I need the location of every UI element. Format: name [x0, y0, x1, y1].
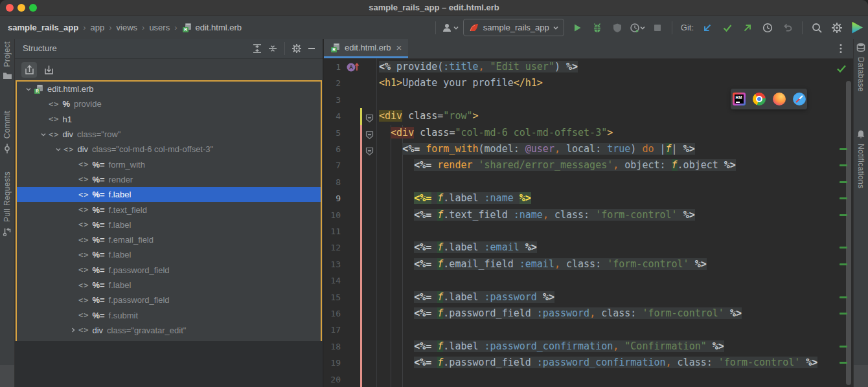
code-line-9[interactable]: 9 <%= f.label :name %> [324, 190, 854, 206]
breadcrumb-item[interactable]: Redit.html.erb [182, 23, 242, 33]
line-number[interactable]: 11 [324, 223, 341, 239]
code-line-6[interactable]: 6 <%= form_with(model: @user, local: tru… [324, 141, 854, 157]
kebab-icon[interactable] [839, 43, 842, 54]
line-number[interactable]: 15 [324, 289, 341, 305]
toolwindow-button-commit[interactable]: Commit [0, 111, 14, 153]
line-number[interactable]: 10 [324, 207, 341, 223]
line-number[interactable]: 16 [324, 305, 341, 322]
line-number[interactable]: 5 [324, 125, 341, 141]
firefox-browser-icon[interactable] [773, 93, 786, 105]
structure-tree-item-f-text-field[interactable]: <>%=f.text_field [17, 202, 321, 217]
line-number[interactable]: 2 [324, 75, 341, 91]
structure-tree-item-edit-html-erb[interactable]: Redit.html.erb [17, 82, 321, 96]
line-number[interactable]: 4 [324, 108, 341, 124]
structure-tree-item-f-password-field[interactable]: <>%=f.password_field [17, 263, 321, 278]
structure-tree-item-f-label[interactable]: <>%=f.label [17, 187, 321, 202]
structure-tree-item-provide[interactable]: <>%provide [17, 96, 321, 111]
code-line-18[interactable]: 18 <%= f.label :password_confirmation, "… [324, 338, 854, 355]
code-line-5[interactable]: 5 <div class="col-md-6 col-md-offset-3"> [324, 125, 854, 141]
code-line-14[interactable]: 14 [324, 272, 854, 289]
toolwindow-button-project[interactable]: Project [0, 41, 14, 80]
git-rollback-button[interactable] [781, 21, 795, 35]
tree-chevron-icon[interactable] [38, 131, 49, 138]
code-line-15[interactable]: 15 <%= f.label :password %> [324, 289, 854, 305]
tab-options-kebab-icon[interactable] [834, 41, 847, 56]
breadcrumb-item[interactable]: views [117, 23, 138, 32]
coverage-button[interactable] [610, 21, 624, 35]
tab-close-button[interactable]: × [396, 43, 402, 52]
ide-feature-button[interactable] [850, 21, 864, 35]
code-line-4[interactable]: 4<div class="row"> [324, 108, 854, 124]
git-push-button[interactable] [740, 21, 755, 35]
run-button[interactable] [570, 21, 584, 35]
breadcrumb-item[interactable]: users [149, 23, 170, 32]
gear-small-button[interactable] [291, 43, 302, 54]
code-line-19[interactable]: 19 <%= f.password_field :password_confir… [324, 355, 854, 371]
structure-tree-item-f-email-field[interactable]: <>%=f.email_field [17, 232, 321, 247]
structure-tree-item-f-submit[interactable]: <>%=f.submit [17, 307, 321, 322]
line-number[interactable]: 1 [324, 59, 341, 75]
chrome-browser-icon[interactable] [753, 93, 766, 105]
tree-chevron-icon[interactable] [23, 86, 34, 93]
code-line-1[interactable]: 1A<% provide(:title, "Edit user") %> [324, 59, 854, 75]
search-everywhere-button[interactable] [810, 21, 824, 35]
title-bar[interactable]: sample_rails_app – edit.html.erb [0, 0, 868, 16]
structure-tree-item-f-label[interactable]: <>%=f.label [17, 247, 321, 262]
code-line-12[interactable]: 12 <%= f.label :email %> [324, 239, 854, 256]
line-number[interactable]: 9 [324, 190, 341, 206]
scroll-from-source-button[interactable] [21, 62, 37, 78]
git-history-button[interactable] [760, 21, 775, 35]
stop-button[interactable] [650, 21, 665, 35]
code-area[interactable]: 1A<% provide(:title, "Edit user") %>2<h1… [324, 58, 854, 387]
settings-button[interactable] [830, 21, 844, 35]
tree-chevron-icon[interactable] [68, 327, 78, 333]
tab-edit-html-erb[interactable]: Redit.html.erb× [324, 39, 408, 58]
code-line-11[interactable]: 11 [324, 223, 854, 239]
structure-tree-item-div[interactable]: <>divclass="col-md-6 col-md-offset-3" [17, 142, 321, 157]
line-number[interactable]: 3 [324, 92, 341, 108]
line-number[interactable]: 6 [324, 141, 341, 157]
structure-tree-item-f-label[interactable]: <>%=f.label [17, 278, 321, 293]
run-configuration-select[interactable]: sample_rails_app [463, 19, 564, 36]
debug-button[interactable] [590, 21, 604, 35]
toolwindow-button-notifications[interactable]: Notifications [854, 129, 868, 188]
code-line-17[interactable]: 17 [324, 322, 854, 338]
hide-button[interactable] [307, 44, 316, 53]
structure-tree-item-div[interactable]: <>divclass="row" [17, 127, 321, 142]
expand-all-button[interactable] [252, 43, 262, 54]
git-update-button[interactable] [700, 21, 714, 35]
structure-panel-header[interactable]: Structure [15, 39, 323, 59]
structure-tree-item-f-password-field[interactable]: <>%=f.password_field [17, 293, 321, 307]
toolwindow-button-pull-requests[interactable]: Pull Requests [0, 171, 14, 236]
line-number[interactable]: 14 [324, 272, 341, 289]
git-commit-button[interactable] [720, 21, 735, 35]
toolwindow-button-database[interactable]: Database [854, 43, 868, 92]
code-line-8[interactable]: 8 [324, 174, 854, 190]
code-line-16[interactable]: 16 <%= f.password_field :password, class… [324, 305, 854, 322]
structure-tree-item-h1[interactable]: <>h1 [17, 112, 321, 127]
user-menu-button[interactable] [443, 21, 457, 35]
breadcrumb-item[interactable]: sample_rails_app [8, 23, 78, 32]
line-number[interactable]: 13 [324, 256, 341, 272]
code-line-13[interactable]: 13 <%= f.email_field :email, class: 'for… [324, 256, 854, 272]
line-number[interactable]: 20 [324, 371, 341, 387]
line-number[interactable]: 12 [324, 239, 341, 256]
profiler-button[interactable] [630, 21, 645, 35]
structure-tree-item-f-label[interactable]: <>%=f.label [17, 217, 321, 232]
structure-tree-item-form-with[interactable]: <>%=form_with [17, 157, 321, 171]
line-number[interactable]: 7 [324, 157, 341, 173]
code-line-20[interactable]: 20 [324, 371, 854, 387]
structure-tree-item-render[interactable]: <>%=render [17, 172, 321, 187]
structure-tree-item-div[interactable]: <>divclass="gravatar_edit" [17, 323, 321, 338]
editor-scrollbar[interactable] [846, 81, 851, 385]
breadcrumb-item[interactable]: app [90, 23, 104, 32]
rubymine-browser-icon[interactable]: RM [733, 93, 746, 105]
inspections-ok-icon[interactable] [836, 64, 847, 76]
tree-chevron-icon[interactable] [53, 146, 63, 153]
line-number[interactable]: 18 [324, 338, 341, 355]
code-line-7[interactable]: 7 <%= render 'shared/error_messages', ob… [324, 157, 854, 173]
code-line-10[interactable]: 10 <%= f.text_field :name, class: 'form-… [324, 207, 854, 223]
line-number[interactable]: 8 [324, 174, 341, 190]
line-number[interactable]: 17 [324, 322, 341, 338]
collapse-all-button[interactable] [268, 43, 278, 54]
